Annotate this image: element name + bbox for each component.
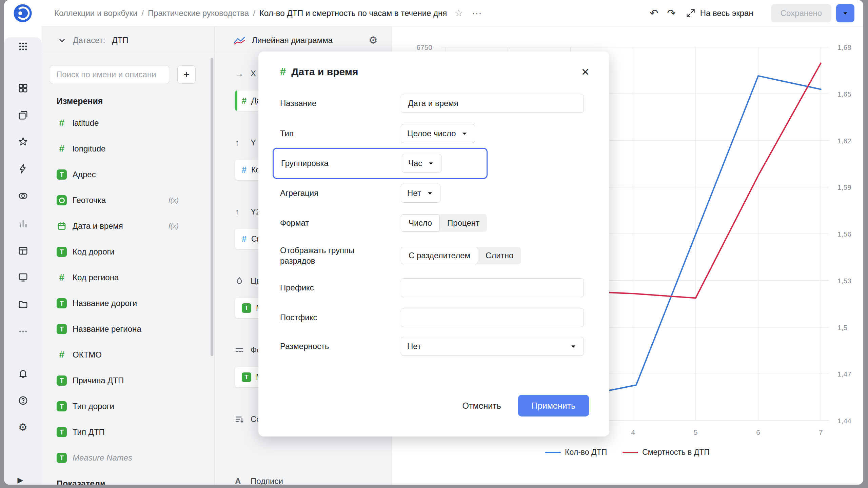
nav-rail: ⚙ ▶ xyxy=(4,0,42,485)
field-row-region-name[interactable]: TНазвание региона xyxy=(42,316,214,342)
arrow-right-icon: → xyxy=(235,69,246,78)
chart-settings-gear-icon[interactable]: ⚙ xyxy=(369,35,378,45)
svg-text:4: 4 xyxy=(631,428,635,436)
field-row-accident-type[interactable]: TТип ДТП xyxy=(42,419,214,445)
legend-item-mortality[interactable]: Смертность в ДТП xyxy=(623,448,710,457)
field-row-accident-cause[interactable]: TПричина ДТП xyxy=(42,368,214,393)
number-field-icon: # xyxy=(57,350,67,360)
breadcrumb: Коллекции и воркбуки / Практические руко… xyxy=(54,8,447,18)
format-percent-option[interactable]: Процент xyxy=(440,214,487,232)
legend-swatch-blue xyxy=(545,452,561,453)
field-row-road-name[interactable]: TНазвание дороги xyxy=(42,290,214,316)
grouping-dropdown[interactable]: Час xyxy=(402,154,441,173)
apply-button[interactable]: Применить xyxy=(518,395,589,416)
digit-groups-merged-option[interactable]: Слитно xyxy=(478,247,521,264)
postfix-input[interactable] xyxy=(401,308,584,327)
nav-rail-background xyxy=(4,37,42,485)
field-row-longitude[interactable]: #longitude xyxy=(42,136,214,162)
aggregation-dropdown[interactable]: Нет xyxy=(401,184,440,203)
favorite-star-icon[interactable]: ☆ xyxy=(454,8,463,18)
section-labels: A Подписи xyxy=(235,474,391,485)
number-field-icon: # xyxy=(57,272,67,283)
digit-groups-separated-option[interactable]: С разделителем xyxy=(401,247,478,264)
dataset-name[interactable]: ДТП xyxy=(112,36,128,45)
dataset-header[interactable]: Датасет: ДТП xyxy=(42,26,214,54)
field-search-input[interactable] xyxy=(50,65,169,84)
settings-gear-icon[interactable]: ⚙ xyxy=(16,421,30,434)
field-row-latitude[interactable]: #latitude xyxy=(42,110,214,136)
rail-more-icon[interactable] xyxy=(16,325,30,338)
svg-text:7: 7 xyxy=(819,428,823,436)
measure-field-icon: # xyxy=(242,234,246,244)
notifications-bell-icon[interactable] xyxy=(16,367,30,380)
grouping-row-focused: Группировка Час xyxy=(273,148,488,179)
number-field-icon: # xyxy=(242,96,246,106)
undo-icon[interactable]: ↶ xyxy=(650,8,658,18)
prefix-input[interactable] xyxy=(401,278,584,297)
collections-icon[interactable] xyxy=(16,108,30,122)
saved-button[interactable]: Сохранено xyxy=(771,4,831,22)
number-field-icon: # xyxy=(57,144,67,154)
close-icon[interactable]: ✕ xyxy=(579,65,592,79)
format-number-option[interactable]: Число xyxy=(401,214,440,232)
app-window: Коллекции и воркбуки / Практические руко… xyxy=(4,0,863,485)
breadcrumb-guides[interactable]: Практические руководства xyxy=(148,8,249,18)
formula-badge: f(x) xyxy=(169,222,179,230)
scrollbar-thumb[interactable] xyxy=(211,58,213,356)
connections-icon[interactable] xyxy=(16,189,30,203)
svg-text:1,5: 1,5 xyxy=(837,324,847,331)
dash-style-icon xyxy=(235,346,246,354)
add-field-button[interactable]: + xyxy=(177,65,196,84)
help-icon[interactable] xyxy=(16,394,30,407)
redo-icon[interactable]: ↷ xyxy=(667,8,676,18)
page-title: Кол-во ДТП и смертность по часам в течен… xyxy=(259,8,447,18)
fullscreen-label[interactable]: На весь экран xyxy=(700,8,753,18)
field-row-geopoint[interactable]: Геоточкаf(x) xyxy=(42,187,214,213)
dimension-label: Размерность xyxy=(280,342,401,351)
number-field-icon: # xyxy=(280,66,286,78)
svg-text:6: 6 xyxy=(756,428,760,436)
field-row-datetime[interactable]: Дата и времяf(x) xyxy=(42,213,214,239)
field-row-measure-names[interactable]: TMeasure Names xyxy=(42,445,214,471)
charts-icon[interactable] xyxy=(16,217,30,230)
svg-text:6750: 6750 xyxy=(416,43,432,51)
monitoring-icon[interactable] xyxy=(16,270,30,284)
dataset-panel: Датасет: ДТП + Измерения #latitude #long… xyxy=(42,26,215,485)
save-dropdown-button[interactable] xyxy=(836,4,854,22)
storage-folder-icon[interactable] xyxy=(16,298,30,311)
field-row-road-type[interactable]: TТип дороги xyxy=(42,393,214,419)
more-menu-icon[interactable]: ⋯ xyxy=(472,8,482,18)
dimension-select[interactable]: Нет xyxy=(401,337,584,356)
chart-type-title[interactable]: Линейная диаграмма xyxy=(252,36,369,45)
breadcrumb-collections[interactable]: Коллекции и воркбуки xyxy=(54,8,137,18)
cancel-button[interactable]: Отменить xyxy=(459,395,505,416)
active-field-indicator xyxy=(235,90,237,111)
fullscreen-icon[interactable] xyxy=(686,8,695,18)
favorites-star-icon[interactable] xyxy=(16,135,30,148)
widgets-icon[interactable] xyxy=(16,81,30,95)
text-field-icon: T xyxy=(57,401,67,411)
chevron-down-icon xyxy=(460,129,469,138)
formula-badge: f(x) xyxy=(169,196,179,204)
postfix-label: Постфикс xyxy=(280,313,401,322)
svg-text:1,44: 1,44 xyxy=(837,417,851,425)
name-input[interactable] xyxy=(401,94,584,113)
field-row-address[interactable]: TАдрес xyxy=(42,162,214,187)
svg-text:1,56: 1,56 xyxy=(837,230,851,238)
chevron-down-icon xyxy=(58,36,66,45)
field-row-region-code[interactable]: #Код региона xyxy=(42,265,214,290)
legend-item-accidents[interactable]: Кол-во ДТП xyxy=(545,448,607,457)
svg-text:5: 5 xyxy=(694,428,698,436)
datasets-table-icon[interactable] xyxy=(16,244,30,258)
field-row-oktmo[interactable]: #ОКТМО xyxy=(42,342,214,368)
lightning-icon[interactable] xyxy=(16,162,30,176)
collapse-panel-icon[interactable]: ▶ xyxy=(14,473,27,485)
field-row-road-code[interactable]: TКод дороги xyxy=(42,239,214,265)
breadcrumb-separator: / xyxy=(253,8,255,18)
digit-groups-label: Отображать группы разрядов xyxy=(280,245,401,266)
type-dropdown[interactable]: Целое число xyxy=(401,124,475,143)
apps-grid-icon[interactable] xyxy=(16,40,30,53)
text-field-icon: T xyxy=(57,427,67,437)
dataset-label: Датасет: xyxy=(73,36,105,45)
datalens-logo[interactable] xyxy=(13,3,33,23)
